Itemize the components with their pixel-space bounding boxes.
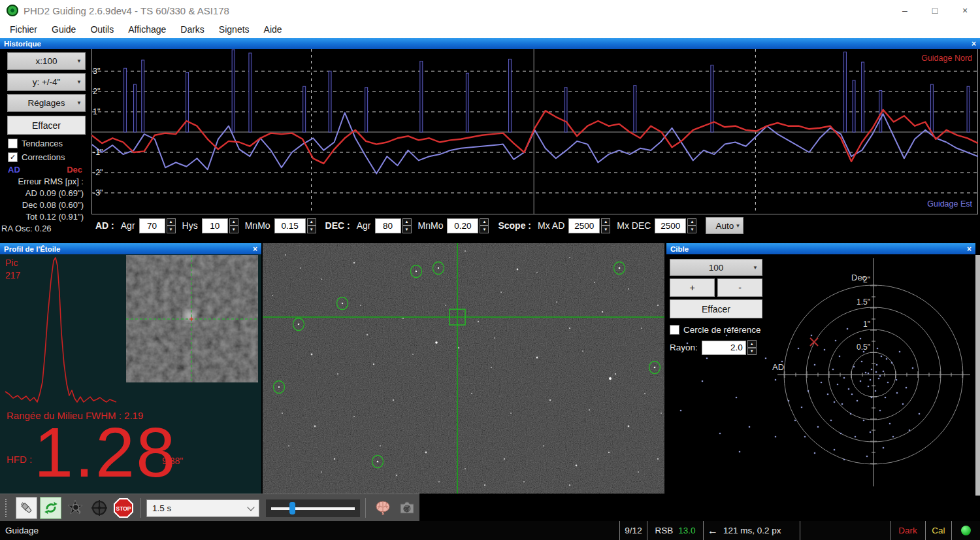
target-titlebar[interactable]: Cible ×	[666, 243, 975, 254]
spin-buttons[interactable]: ▲▼	[167, 218, 176, 233]
ra-aggression-spinner[interactable]: ▲▼	[139, 218, 176, 233]
close-button[interactable]: ×	[950, 0, 980, 21]
svg-text:STOP: STOP	[116, 505, 131, 512]
guide-frame-image[interactable]	[263, 243, 664, 494]
exposure-value: 1.5 s	[152, 503, 171, 513]
dec-minmove-input[interactable]	[447, 218, 478, 233]
background-window-strip	[975, 255, 980, 496]
spin-down-icon: ▼	[601, 226, 610, 233]
chevron-down-icon: ▼	[76, 79, 82, 85]
history-titlebar[interactable]: Historique ×	[0, 38, 980, 49]
star-profile-title: Profil de l'Étoile	[4, 245, 60, 253]
ra-minmove-spinner[interactable]: ▲▼	[274, 218, 316, 233]
target-title: Cible	[670, 245, 689, 253]
svg-text:1.5": 1.5"	[857, 297, 870, 307]
toolbar-grip[interactable]	[5, 499, 9, 517]
correction-spikes	[124, 50, 970, 132]
menu-bar: FichierGuideOutilsAffichageDarksSignetsA…	[0, 21, 980, 38]
stop-button[interactable]: STOP	[112, 497, 134, 519]
history-settings-dropdown[interactable]: Réglages▼	[7, 94, 86, 112]
trend-checkbox[interactable]	[8, 139, 18, 148]
spin-up-icon: ▲	[167, 218, 176, 226]
history-yscale-dropdown[interactable]: y: +/-4"▼	[7, 73, 86, 91]
history-graph: 3"2"1"-1"-2"-3"	[91, 49, 978, 214]
history-clear-button[interactable]: Effacer	[7, 116, 86, 135]
svg-text:1": 1"	[863, 320, 870, 329]
spin-up-icon: ▲	[480, 218, 489, 226]
ra-aggression-label: Agr	[121, 220, 135, 231]
svg-text:2": 2"	[93, 87, 100, 96]
corrections-checkbox[interactable]: ✓	[8, 152, 18, 162]
maximize-button[interactable]: □	[920, 0, 950, 21]
exposure-dropdown[interactable]: 1.5 s	[146, 499, 259, 517]
phd2-logo-icon	[7, 5, 18, 16]
star-profile-close-icon[interactable]: ×	[253, 245, 257, 254]
guide-assistant-button[interactable]	[372, 497, 394, 519]
spin-buttons[interactable]: ▲▼	[402, 218, 412, 233]
max-dec-input[interactable]	[655, 218, 686, 233]
hysteresis-spinner[interactable]: ▲▼	[202, 218, 238, 233]
brain-icon	[374, 499, 391, 516]
hfd-arcsec: 9.38"	[162, 456, 183, 466]
status-bar: Guidage 9/12 RSB 13.0 ← 121 ms, 0.2 px D…	[0, 521, 980, 540]
max-dec-spinner[interactable]: ▲▼	[655, 218, 696, 233]
star-profile-titlebar[interactable]: Profil de l'Étoile ×	[0, 243, 261, 254]
spin-buttons[interactable]: ▲▼	[307, 218, 316, 233]
max-ra-input[interactable]	[568, 218, 600, 233]
spin-up-icon: ▲	[601, 218, 610, 226]
target-bullseye: 0.5"1"1.5"2"DecAD	[666, 254, 975, 494]
spin-buttons[interactable]: ▲▼	[687, 218, 696, 233]
guide-button[interactable]	[88, 497, 110, 519]
max-ra-label: Mx AD	[538, 220, 564, 231]
history-title: Historique	[4, 40, 41, 48]
spin-buttons[interactable]: ▲▼	[601, 218, 610, 233]
toolbar-separator	[140, 498, 141, 518]
dec-axis-label: Dec	[851, 273, 867, 282]
minimize-button[interactable]: –	[890, 0, 920, 21]
spin-up-icon: ▲	[402, 218, 412, 226]
spin-up-icon: ▲	[229, 218, 238, 226]
loop-exposures-button[interactable]	[40, 497, 61, 519]
spin-buttons[interactable]: ▲▼	[229, 218, 238, 233]
menu-item-guide[interactable]: Guide	[44, 24, 83, 35]
snr-value: 13.0	[678, 526, 695, 535]
ra-aggression-input[interactable]	[139, 218, 165, 233]
connect-equipment-button[interactable]	[16, 497, 37, 519]
dec-guide-mode-dropdown[interactable]: Auto▼	[706, 217, 743, 234]
menu-item-affichage[interactable]: Affichage	[121, 24, 173, 35]
menu-item-outils[interactable]: Outils	[83, 24, 121, 35]
spin-down-icon: ▼	[480, 226, 489, 233]
max-ra-spinner[interactable]: ▲▼	[568, 218, 610, 233]
guide-frame-panel[interactable]	[263, 243, 664, 494]
status-connection-segment	[951, 521, 980, 540]
slider-handle[interactable]	[289, 502, 295, 515]
connected-led-icon	[961, 526, 971, 535]
history-xscale-dropdown[interactable]: x:100▼	[7, 52, 86, 70]
menu-item-aide[interactable]: Aide	[257, 24, 289, 35]
spin-buttons[interactable]: ▲▼	[480, 218, 489, 233]
camera-settings-button[interactable]	[397, 497, 418, 519]
dec-minmove-spinner[interactable]: ▲▼	[447, 218, 489, 233]
status-cal-indicator: Cal	[925, 521, 951, 540]
target-close-icon[interactable]: ×	[967, 245, 972, 254]
auto-select-star-button[interactable]	[64, 497, 86, 519]
menu-item-darks[interactable]: Darks	[173, 24, 212, 35]
legend-guidage-nord: Guidage Nord	[921, 54, 972, 63]
stretch-slider[interactable]	[266, 499, 360, 517]
ra-axis-label: AD	[772, 362, 784, 372]
window-title: PHD2 Guiding 2.6.9dev4 - TS 60/330 & ASI…	[24, 5, 229, 16]
ra-minmove-label: MnMo	[245, 220, 270, 231]
hysteresis-input[interactable]	[202, 218, 228, 233]
latest-point-cross	[810, 338, 818, 346]
main-toolbar: STOP 1.5 s	[0, 494, 419, 522]
dec-aggression-spinner[interactable]: ▲▼	[375, 218, 412, 233]
toolbar-separator	[365, 498, 366, 518]
history-close-icon[interactable]: ×	[972, 39, 976, 48]
history-panel: Historique × x:100▼ y: +/-4"▼ Réglages▼ …	[0, 38, 980, 239]
ra-minmove-input[interactable]	[274, 218, 306, 233]
menu-item-fichier[interactable]: Fichier	[3, 24, 44, 35]
svg-text:-3": -3"	[93, 188, 103, 197]
rms-total: Tot 0.12 (0.91")	[0, 212, 84, 222]
menu-item-signets[interactable]: Signets	[212, 24, 257, 35]
dec-aggression-input[interactable]	[375, 218, 401, 233]
